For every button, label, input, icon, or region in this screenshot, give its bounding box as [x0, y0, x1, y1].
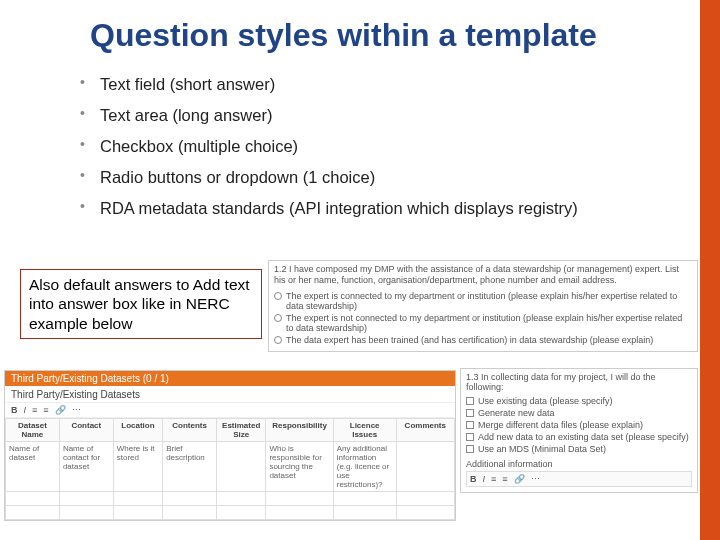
more-icon[interactable]: ⋯: [72, 405, 81, 415]
option-label: Use existing data (please specify): [478, 396, 613, 406]
col-header: Responsibility: [266, 419, 333, 442]
accent-bar: [700, 0, 720, 540]
table-header-row: Dataset Name Contact Location Contents E…: [6, 419, 455, 442]
rich-text-toolbar: B I ≡ ≡ 🔗 ⋯: [466, 471, 692, 487]
col-header: Contents: [163, 419, 217, 442]
checkbox-icon: [466, 409, 474, 417]
radio-option[interactable]: The expert is connected to my department…: [274, 290, 692, 312]
italic-icon[interactable]: I: [483, 474, 486, 484]
radio-option[interactable]: The expert is not connected to my depart…: [274, 312, 692, 334]
bullet-item: Text area (long answer): [100, 102, 690, 133]
col-header: Licence Issues: [333, 419, 396, 442]
list-icon[interactable]: ≡: [491, 474, 496, 484]
list-icon[interactable]: ≡: [43, 405, 48, 415]
bullet-item: Checkbox (multiple choice): [100, 133, 690, 164]
title-area: Question styles within a template: [0, 0, 720, 65]
option-label: The data expert has been trained (and ha…: [286, 335, 653, 345]
table-hint-row[interactable]: Name of dataset Name of contact for data…: [6, 442, 455, 492]
cell-hint[interactable]: Any additional information (e.g. licence…: [333, 442, 396, 492]
checkbox-icon: [466, 421, 474, 429]
question-text: 1.2 I have composed my DMP with the assi…: [274, 264, 692, 287]
cell-hint[interactable]: Name of contact for dataset: [59, 442, 113, 492]
cell-hint[interactable]: [217, 442, 266, 492]
bullet-list: Text field (short answer) Text area (lon…: [0, 65, 720, 232]
more-icon[interactable]: ⋯: [531, 474, 540, 484]
radio-question-panel: 1.2 I have composed my DMP with the assi…: [268, 260, 698, 352]
list-icon[interactable]: ≡: [32, 405, 37, 415]
bullet-item: Text field (short answer): [100, 71, 690, 102]
section-subheader: Third Party/Existing Datasets: [5, 386, 455, 402]
nerc-panel: Third Party/Existing Datasets (0 / 1) Th…: [4, 370, 456, 521]
additional-info-label: Additional information: [466, 459, 692, 469]
checkbox-option[interactable]: Use an MDS (Minimal Data Set): [466, 443, 692, 455]
section-header[interactable]: Third Party/Existing Datasets (0 / 1): [5, 371, 455, 386]
italic-icon[interactable]: I: [24, 405, 27, 415]
list-icon[interactable]: ≡: [502, 474, 507, 484]
checkbox-icon: [466, 397, 474, 405]
checkbox-option[interactable]: Generate new data: [466, 407, 692, 419]
bullet-item: Radio buttons or dropdown (1 choice): [100, 164, 690, 195]
option-label: Use an MDS (Minimal Data Set): [478, 444, 606, 454]
callout-box: Also default answers to Add text into an…: [20, 269, 262, 339]
bold-icon[interactable]: B: [11, 405, 18, 415]
question-text: 1.3 In collecting data for my project, I…: [466, 372, 692, 392]
cell-hint[interactable]: Where is it stored: [113, 442, 162, 492]
checkbox-option[interactable]: Add new data to an existing data set (pl…: [466, 431, 692, 443]
radio-icon: [274, 336, 282, 344]
radio-icon: [274, 314, 282, 322]
bullet-item: RDA metadata standards (API integration …: [100, 195, 690, 226]
checkbox-option[interactable]: Merge different data files (please expla…: [466, 419, 692, 431]
slide-title: Question styles within a template: [90, 18, 690, 53]
checkbox-question-panel: 1.3 In collecting data for my project, I…: [460, 368, 698, 493]
checkbox-option[interactable]: Use existing data (please specify): [466, 395, 692, 407]
cell-hint[interactable]: Brief description: [163, 442, 217, 492]
radio-option[interactable]: The data expert has been trained (and ha…: [274, 334, 692, 346]
rich-text-toolbar: B I ≡ ≡ 🔗 ⋯: [5, 402, 455, 418]
bold-icon[interactable]: B: [470, 474, 477, 484]
dataset-table: Dataset Name Contact Location Contents E…: [5, 418, 455, 520]
cell-hint[interactable]: Name of dataset: [6, 442, 60, 492]
option-label: Add new data to an existing data set (pl…: [478, 432, 689, 442]
link-icon[interactable]: 🔗: [55, 405, 66, 415]
col-header: Comments: [396, 419, 454, 442]
col-header: Dataset Name: [6, 419, 60, 442]
option-label: The expert is connected to my department…: [286, 291, 692, 311]
checkbox-icon: [466, 445, 474, 453]
table-row[interactable]: [6, 492, 455, 506]
radio-icon: [274, 292, 282, 300]
link-icon[interactable]: 🔗: [514, 474, 525, 484]
col-header: Location: [113, 419, 162, 442]
option-label: Merge different data files (please expla…: [478, 420, 643, 430]
option-label: Generate new data: [478, 408, 555, 418]
table-row[interactable]: [6, 506, 455, 520]
checkbox-icon: [466, 433, 474, 441]
cell-hint[interactable]: [396, 442, 454, 492]
cell-hint[interactable]: Who is responsible for sourcing the data…: [266, 442, 333, 492]
option-label: The expert is not connected to my depart…: [286, 313, 692, 333]
col-header: Contact: [59, 419, 113, 442]
col-header: Estimated Size: [217, 419, 266, 442]
